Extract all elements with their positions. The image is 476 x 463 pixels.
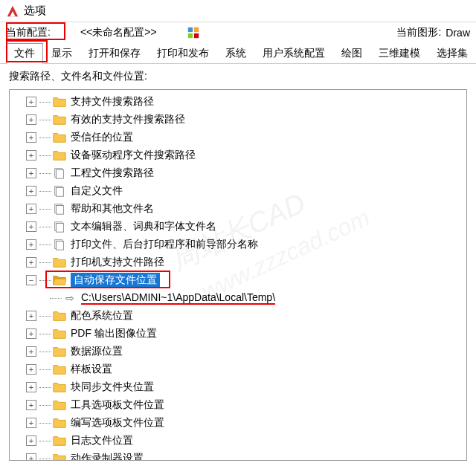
stack-icon	[53, 203, 66, 215]
tree-connector	[39, 155, 51, 156]
tree-item[interactable]: +受信任的位置	[13, 129, 463, 146]
tree-item-label: 日志文件位置	[71, 434, 133, 447]
tab-selection[interactable]: 选择集	[428, 43, 476, 63]
tree-item-label: PDF 输出图像位置	[71, 327, 157, 340]
svg-rect-3	[193, 33, 198, 38]
tab-file[interactable]: 文件	[6, 43, 43, 64]
tree-connector	[39, 316, 51, 317]
tree-connector	[39, 173, 51, 174]
tree-item[interactable]: +支持文件搜索路径	[13, 93, 463, 111]
expand-icon[interactable]: +	[26, 114, 36, 125]
tree-item[interactable]: +PDF 输出图像位置	[13, 325, 463, 343]
svg-rect-0	[187, 27, 192, 32]
svg-rect-5	[57, 170, 64, 179]
tree-item[interactable]: +自定义文件	[13, 182, 463, 200]
current-drawing-value: Draw	[446, 27, 470, 39]
file-tree[interactable]: +支持文件搜索路径+有效的支持文件搜索路径+受信任的位置+设备驱动程序文件搜索路…	[9, 89, 467, 461]
expand-icon[interactable]: +	[26, 186, 36, 196]
expand-icon[interactable]: +	[26, 221, 36, 232]
folder-icon	[53, 346, 66, 357]
tree-item[interactable]: +样板设置	[13, 360, 463, 378]
expand-icon[interactable]: +	[26, 436, 36, 446]
tree-connector	[39, 352, 51, 352]
tree-item[interactable]: +编写选项板文件位置	[13, 414, 463, 432]
app-logo-icon	[6, 4, 19, 18]
tree-item[interactable]: +工具选项板文件位置	[13, 396, 463, 414]
svg-rect-13	[57, 242, 64, 250]
tree-item-label: 数据源位置	[71, 345, 123, 358]
folder-icon	[53, 114, 66, 126]
tab-system[interactable]: 系统	[217, 43, 254, 63]
tree-connector	[39, 405, 51, 406]
drawing-icon	[187, 26, 200, 39]
folder-icon	[53, 149, 66, 161]
expand-icon[interactable]: +	[26, 150, 36, 161]
folder-icon	[53, 435, 66, 447]
tree-connector	[39, 227, 51, 227]
expand-icon[interactable]: +	[26, 168, 36, 178]
expand-icon[interactable]: +	[26, 257, 36, 268]
expand-icon[interactable]: +	[26, 364, 36, 375]
folder-icon	[53, 453, 66, 461]
tab-open-save[interactable]: 打开和保存	[80, 43, 149, 63]
collapse-icon[interactable]: −	[26, 275, 36, 285]
expand-icon[interactable]: +	[26, 132, 36, 143]
tree-item[interactable]: −自动保存文件位置	[13, 271, 463, 289]
stack-icon	[53, 167, 66, 179]
tree-item-label: 自动保存文件位置	[71, 273, 160, 288]
folder-icon	[53, 328, 66, 340]
tree-connector	[39, 137, 51, 138]
folder-icon	[53, 417, 66, 429]
tree-item-label: 动作录制器设置	[71, 452, 144, 461]
expand-icon[interactable]: +	[26, 453, 36, 461]
tree-child-item[interactable]: ⇨C:\Users\ADMINI~1\AppData\Local\Temp\	[13, 289, 463, 307]
expand-icon[interactable]: +	[26, 239, 36, 250]
tree-item-label: 样板设置	[71, 363, 112, 376]
tree-item-label: 工程文件搜索路径	[71, 166, 154, 180]
tree-item[interactable]: +设备驱动程序文件搜索路径	[13, 146, 463, 164]
tree-item[interactable]: +打印机支持文件路径	[13, 253, 463, 271]
tree-item-label: 有效的支持文件搜索路径	[71, 113, 185, 126]
tree-connector	[50, 298, 62, 299]
svg-rect-2	[187, 33, 192, 38]
tree-connector	[39, 423, 51, 424]
tree-item[interactable]: +配色系统位置	[13, 307, 463, 325]
expand-icon[interactable]: +	[26, 97, 36, 107]
expand-icon[interactable]: +	[26, 382, 36, 392]
tree-connector	[39, 280, 51, 281]
current-drawing-label: 当前图形:	[396, 26, 441, 39]
tab-user-prefs[interactable]: 用户系统配置	[254, 43, 333, 63]
expand-icon[interactable]: +	[26, 400, 36, 410]
expand-icon[interactable]: +	[26, 311, 36, 321]
tree-item[interactable]: +文本编辑器、词典和字体文件名	[13, 218, 463, 236]
expand-icon[interactable]: +	[26, 204, 36, 214]
tree-connector	[39, 387, 51, 388]
tree-item[interactable]: +日志文件位置	[13, 432, 463, 450]
svg-rect-11	[57, 224, 64, 233]
tab-display[interactable]: 显示	[43, 43, 80, 63]
tree-item[interactable]: +块同步文件夹位置	[13, 378, 463, 396]
tree-item-label: 配色系统位置	[71, 309, 133, 323]
tree-item[interactable]: +动作录制器设置	[13, 450, 463, 461]
tree-item-label: 受信任的位置	[71, 131, 133, 144]
folder-open-icon	[53, 274, 66, 286]
tree-item[interactable]: +工程文件搜索路径	[13, 164, 463, 182]
path-arrow-icon: ⇨	[63, 292, 77, 304]
tree-item[interactable]: +帮助和其他文件名	[13, 200, 463, 218]
tree-item-label: 编写选项板文件位置	[71, 416, 164, 430]
tab-drafting[interactable]: 绘图	[333, 43, 370, 63]
tree-connector	[39, 334, 51, 334]
svg-rect-1	[193, 27, 198, 32]
folder-icon	[53, 310, 66, 322]
expand-icon[interactable]: +	[26, 346, 36, 357]
tab-plot-publish[interactable]: 打印和发布	[149, 43, 217, 63]
folder-icon	[53, 132, 66, 143]
expand-icon[interactable]: +	[26, 418, 36, 428]
tree-item[interactable]: +有效的支持文件搜索路径	[13, 111, 463, 129]
expand-icon[interactable]: +	[26, 328, 36, 339]
tree-item[interactable]: +数据源位置	[13, 343, 463, 360]
info-row: 当前配置: <<未命名配置>> 当前图形: Draw	[0, 22, 476, 43]
tree-item-label: 文本编辑器、词典和字体文件名	[71, 220, 216, 233]
tree-item[interactable]: +打印文件、后台打印程序和前导部分名称	[13, 236, 463, 253]
tab-3d-modeling[interactable]: 三维建模	[370, 43, 428, 63]
